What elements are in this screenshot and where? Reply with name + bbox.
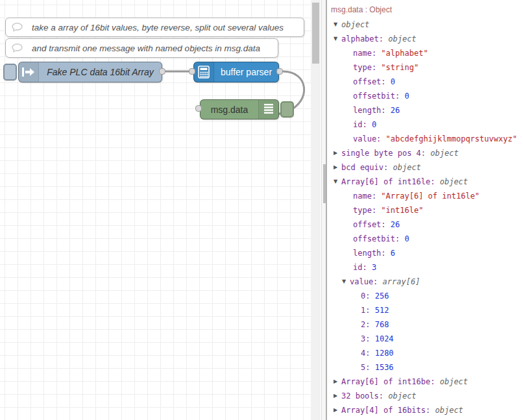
tree-row[interactable]: ▶Array[6] of int16be: object	[327, 375, 523, 389]
caret-down-icon[interactable]: ▼	[334, 32, 337, 46]
debug-node[interactable]: msg.data	[200, 99, 279, 119]
caret-right-icon[interactable]: ▶	[334, 375, 337, 389]
tree-key: 3:	[361, 334, 375, 343]
tree-value: 0	[404, 92, 409, 101]
tree-row: offsetbit: 0	[327, 232, 523, 246]
tree-key: 4:	[361, 349, 375, 358]
tree-row: 0: 256	[327, 289, 523, 303]
comment-node[interactable]: and transmit one message with named obje…	[5, 38, 278, 58]
inject-output-port[interactable]	[159, 68, 165, 75]
tree-row: length: 6	[327, 246, 523, 260]
caret-down-icon[interactable]: ▼	[342, 275, 346, 289]
caret-down-icon[interactable]: ▼	[334, 18, 337, 32]
tree-value: 256	[375, 291, 389, 301]
tree-value: object	[388, 391, 416, 401]
debug-message-header[interactable]: msg.data : Object	[327, 0, 523, 14]
tree-row: length: 26	[327, 103, 523, 117]
tree-value: object	[430, 149, 458, 158]
tree-value: array[6]	[383, 277, 420, 286]
tree-row: type: "string"	[327, 60, 523, 75]
tree-row: 5: 1536	[327, 360, 523, 375]
tree-key: 32 bools:	[341, 391, 388, 401]
tree-row[interactable]: ▶32 bools: object	[327, 389, 523, 403]
tree-key: value:	[350, 277, 383, 286]
tree-row[interactable]: ▶bcd equiv: object	[327, 160, 523, 175]
tree-key: Array[6] of int16le:	[341, 177, 440, 186]
sidebar-scrollbar-thumb[interactable]	[323, 164, 326, 203]
tree-value: object	[435, 406, 463, 415]
tree-key: offsetbit:	[353, 234, 404, 243]
tree-key: 5:	[361, 363, 375, 372]
tree-value: 1280	[375, 349, 394, 358]
tree-row: 4: 1280	[327, 346, 523, 360]
buffer-parser-input-port[interactable]	[189, 68, 195, 75]
tree-key: type:	[353, 206, 381, 215]
tree-key: offsetbit:	[353, 92, 404, 101]
tree-value: 3	[372, 263, 376, 272]
tree-row: value: "abcdefghijklmmopqrstuvwxyz"	[327, 132, 523, 146]
debug-input-port[interactable]	[195, 105, 202, 112]
buffer-parser-output-port[interactable]	[276, 68, 283, 75]
debug-list-icon	[258, 100, 278, 119]
canvas-vertical-scrollbar[interactable]	[311, 0, 321, 420]
tree-value: 512	[375, 306, 389, 315]
caret-down-icon[interactable]: ▼	[334, 175, 337, 189]
tree-row[interactable]: ▶Array[4] of 16bits: object	[327, 403, 523, 417]
tree-key: offset:	[353, 220, 391, 229]
tree-row[interactable]: ▼alphabet: object	[327, 32, 523, 46]
tree-key: bcd equiv:	[341, 163, 393, 172]
tree-key: length:	[353, 106, 391, 115]
tree-key: type:	[353, 63, 381, 72]
tree-key: Array[6] of int16be:	[341, 377, 440, 386]
tree-value: object	[393, 163, 420, 172]
canvas-scrollbar-thumb[interactable]	[312, 3, 319, 64]
calculator-icon	[194, 62, 214, 82]
buffer-parser-node[interactable]: buffer parser	[193, 62, 279, 82]
tree-value: object	[341, 20, 369, 29]
tree-value: 768	[375, 320, 389, 329]
tree-value: 0	[391, 77, 395, 86]
tree-key: length:	[353, 249, 391, 258]
tree-row: name: "alphabet"	[327, 46, 523, 60]
tree-value: 1024	[375, 334, 394, 343]
tree-row: type: "int16le"	[327, 203, 523, 217]
tree-value: 26	[391, 220, 400, 229]
node-label: msg.data	[201, 105, 258, 115]
tree-key: id:	[353, 263, 372, 272]
tree-key: 0:	[361, 291, 375, 301]
tree-value: "string"	[381, 63, 419, 72]
comment-bubble-icon	[6, 23, 28, 32]
node-label: buffer parser	[214, 67, 278, 77]
tree-row: 3: 1024	[327, 332, 523, 346]
debug-toggle-button[interactable]	[280, 101, 294, 117]
caret-right-icon[interactable]: ▶	[334, 403, 337, 417]
tree-key: Array[4] of 16bits:	[341, 406, 435, 415]
tree-key: alphabet:	[341, 34, 388, 43]
tree-key: offset:	[353, 77, 391, 86]
tree-row: offset: 0	[327, 75, 523, 89]
debug-sidebar: msg.data : Object ▼object▼alphabet: obje…	[327, 0, 523, 420]
inject-node[interactable]: Fake PLC data 16bit Array	[18, 62, 162, 82]
inject-button[interactable]	[3, 64, 17, 80]
tree-key: name:	[353, 49, 381, 58]
tree-value: "Array[6] of int16le"	[381, 191, 480, 201]
tree-key: name:	[353, 191, 381, 201]
tree-row: id: 0	[327, 117, 523, 132]
comment-node[interactable]: take a array of 16bit values, byte rever…	[5, 18, 304, 37]
caret-right-icon[interactable]: ▶	[334, 389, 337, 403]
caret-right-icon[interactable]: ▶	[334, 146, 337, 160]
sidebar-vertical-scrollbar[interactable]	[321, 0, 326, 420]
tree-value: object	[388, 34, 416, 43]
tree-row[interactable]: ▼Array[6] of int16le: object	[327, 175, 523, 189]
tree-row: 2: 768	[327, 317, 523, 332]
tree-row: offset: 26	[327, 217, 523, 232]
tree-row[interactable]: ▼value: array[6]	[327, 275, 523, 289]
inject-arrow-icon	[19, 62, 39, 82]
tree-value: 26	[391, 106, 400, 115]
tree-value: 6	[391, 249, 395, 258]
flow-canvas[interactable]: take a array of 16bit values, byte rever…	[0, 0, 311, 420]
tree-row[interactable]: ▼object	[327, 18, 523, 32]
tree-key: value:	[353, 134, 386, 143]
caret-right-icon[interactable]: ▶	[334, 160, 337, 175]
tree-row[interactable]: ▶single byte pos 4: object	[327, 146, 523, 160]
